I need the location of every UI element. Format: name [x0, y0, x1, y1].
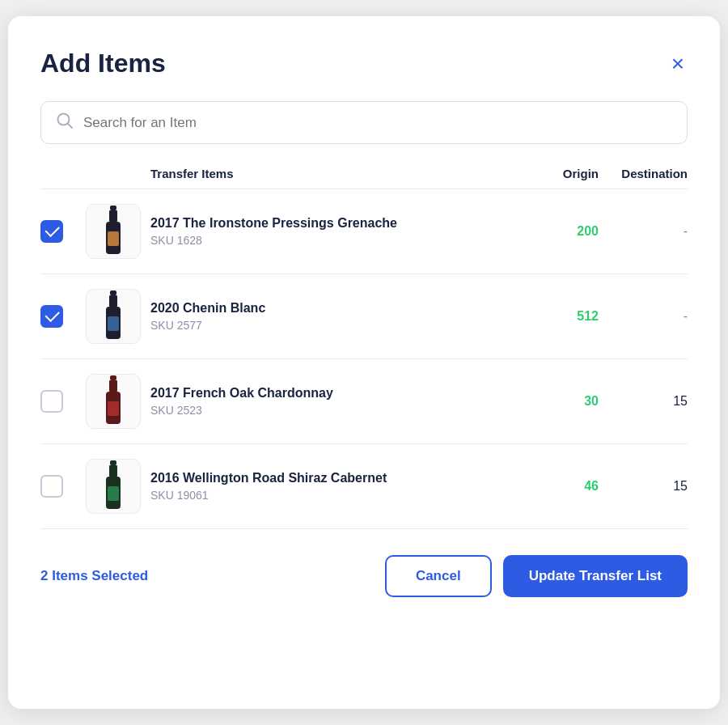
- svg-rect-9: [108, 316, 119, 331]
- table-row: 2017 French Oak Chardonnay SKU 2523 30 1…: [40, 359, 688, 444]
- item-origin-1: 200: [526, 224, 599, 239]
- footer-buttons: Cancel Update Transfer List: [385, 555, 688, 597]
- item-name-4: 2016 Wellington Road Shiraz Cabernet: [150, 471, 526, 485]
- search-icon: [56, 112, 74, 134]
- item-info-4: 2016 Wellington Road Shiraz Cabernet SKU…: [150, 471, 526, 502]
- item-origin-2: 512: [526, 309, 599, 324]
- table-row: 2017 The Ironstone Pressings Grenache SK…: [40, 189, 688, 274]
- update-transfer-button[interactable]: Update Transfer List: [503, 555, 688, 597]
- item-destination-1: -: [599, 224, 688, 239]
- search-input[interactable]: [83, 115, 672, 131]
- svg-rect-3: [109, 210, 117, 222]
- svg-rect-2: [110, 206, 116, 210]
- item-info-1: 2017 The Ironstone Pressings Grenache SK…: [150, 216, 526, 247]
- svg-rect-11: [109, 380, 117, 392]
- svg-rect-6: [110, 290, 116, 295]
- item-destination-2: -: [599, 309, 688, 324]
- modal-title: Add Items: [40, 49, 166, 78]
- table-row: 2016 Wellington Road Shiraz Cabernet SKU…: [40, 444, 688, 529]
- col-dest-header: Destination: [599, 167, 688, 180]
- item-image-4: [86, 459, 141, 514]
- footer: 2 Items Selected Cancel Update Transfer …: [40, 555, 688, 597]
- svg-rect-14: [110, 460, 116, 465]
- col-origin-header: Origin: [526, 167, 599, 180]
- item-destination-4: 15: [599, 479, 688, 494]
- item-sku-2: SKU 2577: [150, 319, 526, 332]
- item-destination-3: 15: [599, 394, 688, 409]
- svg-rect-17: [108, 486, 119, 501]
- item-sku-4: SKU 19061: [150, 489, 526, 502]
- item-name-2: 2020 Chenin Blanc: [150, 301, 526, 316]
- item-sku-3: SKU 2523: [150, 404, 526, 417]
- svg-rect-13: [108, 401, 119, 416]
- item-checkbox-3[interactable]: [40, 390, 63, 413]
- item-name-3: 2017 French Oak Chardonnay: [150, 386, 526, 401]
- item-sku-1: SKU 1628: [150, 234, 526, 247]
- svg-rect-10: [110, 375, 116, 380]
- cancel-button[interactable]: Cancel: [385, 555, 492, 597]
- item-image-3: [86, 374, 141, 429]
- svg-line-1: [68, 124, 72, 128]
- table-row: 2020 Chenin Blanc SKU 2577 512 -: [40, 274, 688, 359]
- table-header: Transfer Items Origin Destination: [40, 167, 688, 189]
- svg-rect-5: [108, 231, 119, 246]
- item-checkbox-2[interactable]: [40, 305, 63, 328]
- col-name-header: Transfer Items: [150, 167, 526, 180]
- close-button[interactable]: ×: [668, 49, 688, 78]
- item-checkbox-1[interactable]: [40, 220, 63, 243]
- item-origin-3: 30: [526, 394, 599, 409]
- item-info-3: 2017 French Oak Chardonnay SKU 2523: [150, 386, 526, 417]
- selected-count: 2 Items Selected: [40, 568, 148, 584]
- search-bar: [40, 101, 688, 144]
- item-image-2: [86, 289, 141, 344]
- modal-header: Add Items ×: [40, 49, 688, 78]
- items-list: 2017 The Ironstone Pressings Grenache SK…: [40, 189, 688, 529]
- item-info-2: 2020 Chenin Blanc SKU 2577: [150, 301, 526, 332]
- item-image-1: [86, 204, 141, 259]
- item-origin-4: 46: [526, 479, 599, 494]
- add-items-modal: Add Items × Transfer Items Origin Destin…: [8, 16, 720, 709]
- svg-rect-7: [109, 295, 117, 307]
- item-name-1: 2017 The Ironstone Pressings Grenache: [150, 216, 526, 231]
- svg-rect-15: [109, 465, 117, 477]
- item-checkbox-4[interactable]: [40, 475, 63, 498]
